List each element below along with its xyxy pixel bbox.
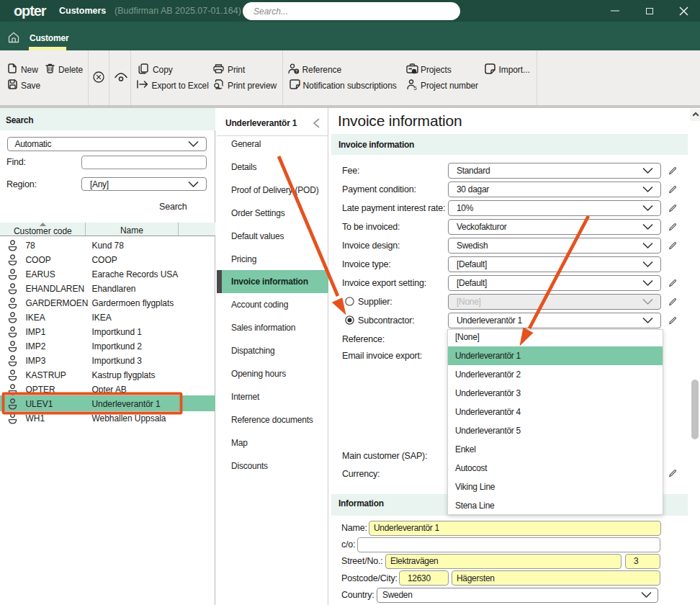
svg-text:5: 5 xyxy=(413,85,417,90)
